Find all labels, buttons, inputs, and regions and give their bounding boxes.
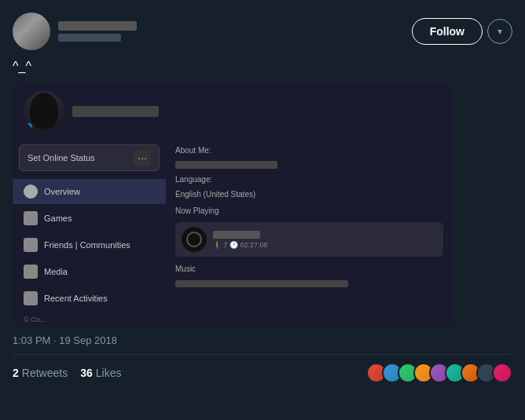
chevron-down-icon: ▾ xyxy=(497,26,502,37)
controller-icon xyxy=(24,211,38,225)
ps-now-playing-label: Now Playing xyxy=(175,206,443,215)
ps-menu-friends[interactable]: Friends | Communities xyxy=(13,232,166,257)
person-icon xyxy=(24,184,38,199)
ps-username-block xyxy=(72,106,159,117)
ps-body: Set Online Status ··· Overview Games Fri… xyxy=(13,140,453,327)
chevron-button[interactable]: ▾ xyxy=(487,19,512,44)
retweet-label: Retweets xyxy=(22,367,68,379)
ps-game-meta: 🚶 7 🕐 02:27:08 xyxy=(213,241,268,249)
ps-sidebar: Set Online Status ··· Overview Games Fri… xyxy=(13,140,166,327)
ps-menu-overview[interactable]: Overview xyxy=(13,179,166,204)
ps-language-label: Language: xyxy=(175,175,443,184)
retweet-count: 2 xyxy=(13,367,19,379)
ps-friends-label: Friends | Communities xyxy=(44,240,130,250)
avatar[interactable] xyxy=(13,13,50,50)
ps-set-status[interactable]: Set Online Status ··· xyxy=(19,144,160,171)
ps-header xyxy=(13,83,453,140)
likes-label: Likes xyxy=(96,367,122,379)
ps-game-name xyxy=(213,231,260,239)
ps-overview-label: Overview xyxy=(44,187,80,196)
tweet-container: Follow ▾ ^_^ Set Online St xyxy=(0,0,525,391)
friends-icon xyxy=(24,238,38,252)
display-name xyxy=(58,21,137,31)
retweet-stat: 2 Retweets xyxy=(13,367,68,379)
ps-copyright: © Co... xyxy=(13,312,166,327)
username xyxy=(58,34,121,42)
ps-game-info: 🚶 7 🕐 02:27:08 xyxy=(213,231,268,249)
ps-menu-recent[interactable]: Recent Activities xyxy=(13,286,166,311)
tweet-timestamp: 1:03 PM · 19 Sep 2018 xyxy=(13,334,512,346)
tweet-header: Follow ▾ xyxy=(13,13,512,50)
ps-dots-icon: ··· xyxy=(134,150,151,166)
recent-icon xyxy=(24,291,38,305)
ps-set-status-text: Set Online Status xyxy=(28,153,95,163)
tweet-image: Set Online Status ··· Overview Games Fri… xyxy=(13,83,453,327)
ps-avatar xyxy=(24,91,64,132)
avatar-image xyxy=(13,13,50,50)
ps-game-icon xyxy=(182,227,207,252)
user-info xyxy=(13,13,137,50)
follow-area: Follow ▾ xyxy=(412,18,512,45)
ps-language-value: English (United States) xyxy=(175,190,443,199)
tweet-text: ^_^ xyxy=(13,58,512,75)
ps-menu-media[interactable]: Media xyxy=(13,259,166,284)
ps-about-label: About Me: xyxy=(175,146,443,155)
ps-game-card: 🚶 7 🕐 02:27:08 xyxy=(175,222,443,257)
user-names xyxy=(58,21,137,42)
likers-row xyxy=(366,363,512,383)
ps-music-bar xyxy=(175,280,348,287)
likes-count: 36 xyxy=(80,367,93,379)
follow-button[interactable]: Follow xyxy=(412,18,483,45)
liker-avatar[interactable] xyxy=(492,363,512,383)
ps-recent-label: Recent Activities xyxy=(44,294,108,303)
ps-games-label: Games xyxy=(44,214,72,223)
ps-game-icon-inner xyxy=(186,232,202,247)
media-icon xyxy=(24,265,38,279)
ps-music-label: Music xyxy=(175,265,443,273)
ps-about-bar xyxy=(175,161,277,169)
likes-stat: 36 Likes xyxy=(80,367,121,379)
ps-main: About Me: Language: English (United Stat… xyxy=(166,140,453,327)
ps-media-label: Media xyxy=(44,267,68,276)
ps-profile-screenshot: Set Online Status ··· Overview Games Fri… xyxy=(13,83,453,327)
tweet-stats: 2 Retweets 36 Likes xyxy=(13,354,512,391)
ps-online-dot xyxy=(25,122,33,130)
ps-menu-games[interactable]: Games xyxy=(13,206,166,231)
